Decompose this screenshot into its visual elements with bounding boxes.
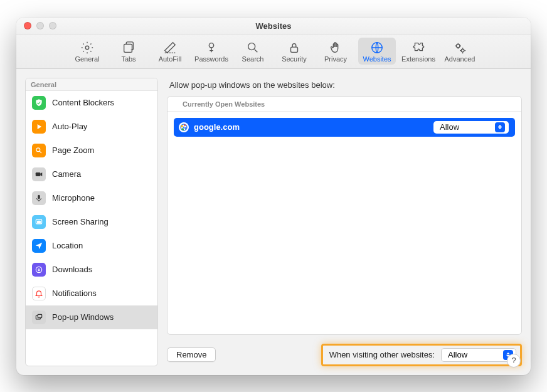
preferences-window: Websites General Tabs AutoFill Password — [16, 18, 531, 375]
sidebar-item-label: Microphone — [52, 193, 95, 203]
content-area: General Content Blockers Auto-Play Page … — [16, 69, 531, 375]
hand-icon — [329, 40, 343, 55]
sidebar-item-microphone[interactable]: Microphone — [26, 186, 157, 210]
svg-point-8 — [36, 147, 40, 151]
download-icon — [32, 263, 46, 277]
titlebar: Websites — [16, 18, 531, 35]
detail-panel: Allow pop-up windows on the websites bel… — [167, 78, 522, 366]
sidebar-item-page-zoom[interactable]: Page Zoom — [26, 139, 157, 162]
sidebar-item-label: Camera — [52, 169, 81, 179]
tab-general[interactable]: General — [68, 38, 106, 65]
svg-rect-12 — [38, 221, 41, 223]
tab-extensions[interactable]: Extensions — [400, 38, 437, 65]
svg-point-7 — [461, 49, 464, 52]
sidebar-item-label: Location — [52, 241, 83, 250]
screen-icon — [32, 215, 46, 229]
help-button[interactable]: ? — [507, 354, 521, 368]
other-websites-select[interactable]: Allow — [441, 348, 516, 362]
sidebar-item-label: Content Blockers — [52, 98, 114, 107]
website-permission-select[interactable]: Allow — [433, 121, 509, 134]
gears-icon — [453, 40, 467, 55]
help-label: ? — [511, 356, 516, 365]
camera-icon — [32, 167, 46, 181]
sidebar-item-content-blockers[interactable]: Content Blockers — [26, 91, 157, 115]
sidebar-item-label: Downloads — [52, 265, 92, 274]
tab-label: AutoFill — [159, 55, 182, 63]
svg-rect-1 — [124, 44, 132, 52]
shield-check-icon — [32, 96, 46, 110]
tab-advanced[interactable]: Advanced — [441, 38, 479, 65]
sidebar-item-downloads[interactable]: Downloads — [26, 258, 157, 282]
favicon-icon — [179, 122, 189, 132]
svg-rect-10 — [38, 194, 40, 198]
select-value: Allow — [440, 122, 459, 132]
tab-label: General — [75, 55, 99, 63]
sidebar-item-camera[interactable]: Camera — [26, 162, 157, 186]
tab-security[interactable]: Security — [275, 38, 313, 65]
svg-rect-15 — [38, 314, 41, 317]
bottom-controls: Remove When visiting other websites: All… — [167, 344, 522, 366]
pencil-icon — [163, 40, 177, 55]
svg-point-0 — [85, 46, 89, 50]
sidebar-item-label: Notifications — [52, 289, 97, 298]
sidebar-item-label: Screen Sharing — [52, 217, 109, 226]
microphone-icon — [32, 191, 46, 205]
svg-point-6 — [457, 44, 460, 48]
tab-label: Websites — [363, 55, 391, 63]
svg-rect-9 — [36, 172, 41, 176]
tab-tabs[interactable]: Tabs — [110, 38, 147, 65]
puzzle-icon — [412, 40, 425, 55]
website-row[interactable]: google.com Allow — [174, 118, 515, 137]
tab-passwords[interactable]: Passwords — [193, 38, 230, 65]
tab-label: Privacy — [324, 55, 347, 63]
search-icon — [246, 40, 260, 55]
other-websites-control: When visiting other websites: Allow — [321, 344, 522, 366]
zoom-icon — [32, 144, 46, 157]
tabs-icon — [122, 40, 135, 55]
gear-icon — [80, 40, 94, 55]
tab-privacy[interactable]: Privacy — [317, 38, 354, 65]
website-domain: google.com — [194, 122, 240, 132]
lock-icon — [287, 40, 301, 55]
tab-websites[interactable]: Websites — [358, 38, 396, 65]
window-title: Websites — [16, 21, 531, 31]
svg-point-3 — [248, 43, 255, 50]
sidebar-item-notifications[interactable]: Notifications — [26, 282, 157, 305]
svg-point-2 — [209, 43, 213, 47]
svg-point-18 — [183, 126, 185, 128]
svg-rect-4 — [291, 47, 298, 52]
key-icon — [204, 40, 218, 55]
play-icon — [32, 120, 46, 134]
tab-label: Passwords — [194, 55, 228, 63]
sidebar-item-label: Pop-up Windows — [52, 312, 114, 322]
sidebar-group-header: General — [26, 78, 157, 91]
chevron-updown-icon — [495, 122, 505, 132]
sidebar-item-screen-sharing[interactable]: Screen Sharing — [26, 210, 157, 234]
preferences-toolbar: General Tabs AutoFill Passwords Search — [16, 35, 531, 69]
globe-icon — [370, 40, 384, 55]
website-group-header: Currently Open Websites — [167, 97, 521, 112]
sidebar-item-label: Auto-Play — [52, 122, 87, 131]
tab-label: Security — [282, 55, 307, 63]
sidebar-item-label: Page Zoom — [52, 146, 94, 155]
website-list: Currently Open Websites google.com Allow — [167, 96, 522, 335]
tab-label: Advanced — [445, 55, 475, 63]
tab-search[interactable]: Search — [234, 38, 272, 65]
bell-icon — [32, 287, 46, 300]
select-value: Allow — [448, 350, 467, 359]
location-icon — [32, 239, 46, 253]
other-websites-label: When visiting other websites: — [329, 350, 435, 359]
sidebar-item-location[interactable]: Location — [26, 234, 157, 258]
settings-sidebar: General Content Blockers Auto-Play Page … — [25, 78, 158, 366]
tab-label: Tabs — [121, 55, 135, 63]
tab-label: Extensions — [401, 55, 435, 63]
sidebar-item-popup-windows[interactable]: Pop-up Windows — [26, 305, 157, 329]
tab-label: Search — [242, 55, 264, 63]
popup-icon — [32, 310, 46, 324]
tab-autofill[interactable]: AutoFill — [151, 38, 189, 65]
sidebar-item-auto-play[interactable]: Auto-Play — [26, 115, 157, 139]
remove-button[interactable]: Remove — [167, 347, 216, 362]
panel-heading: Allow pop-up windows on the websites bel… — [169, 80, 519, 90]
